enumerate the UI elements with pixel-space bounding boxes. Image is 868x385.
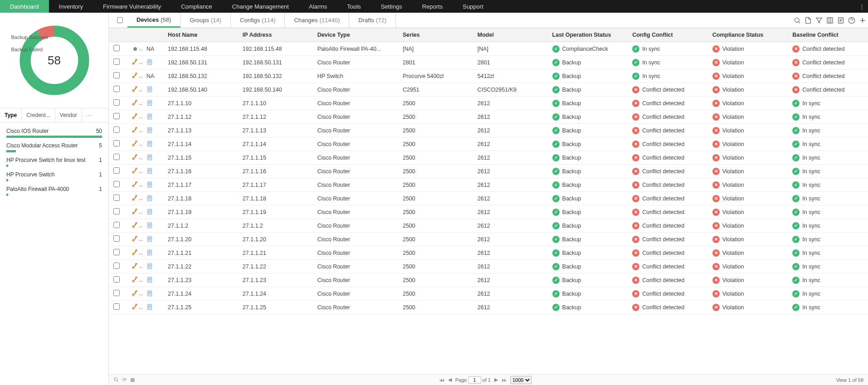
row-checkbox[interactable] bbox=[113, 154, 120, 160]
table-row[interactable]: 27.1.1.1827.1.1.18Cisco Router25002612✓B… bbox=[109, 192, 868, 205]
last-page-icon[interactable]: ⏭ bbox=[502, 377, 507, 383]
row-checkbox[interactable] bbox=[113, 181, 120, 187]
sidetab-type[interactable]: Type bbox=[0, 108, 22, 122]
help-icon[interactable] bbox=[846, 13, 857, 28]
row-checkbox[interactable] bbox=[113, 290, 120, 296]
nav-dashboard[interactable]: Dashboard bbox=[0, 0, 49, 13]
type-row[interactable]: PaloAlto Firewall PA-40001 bbox=[6, 186, 102, 196]
col-series[interactable]: Series bbox=[398, 28, 473, 42]
table-row[interactable]: NA192.168.50.132192.168.50.132HP SwitchP… bbox=[109, 69, 868, 83]
row-checkbox[interactable] bbox=[113, 113, 120, 119]
row-checkbox[interactable] bbox=[113, 86, 120, 92]
cell-cc: ✕Conflict detected bbox=[628, 97, 708, 110]
nav-alarms[interactable]: Alarms bbox=[299, 0, 337, 13]
table-row[interactable]: 192.168.50.131192.168.50.131Cisco Router… bbox=[109, 56, 868, 69]
table-row[interactable]: 27.1.1.1427.1.1.14Cisco Router25002612✓B… bbox=[109, 137, 868, 151]
sidetab-credent[interactable]: Credent... bbox=[22, 108, 55, 122]
tab-groups[interactable]: Groups (14) bbox=[180, 13, 231, 28]
row-checkbox[interactable] bbox=[113, 99, 120, 106]
row-checkbox[interactable] bbox=[113, 208, 120, 214]
page-input[interactable] bbox=[468, 376, 481, 384]
kebab-menu-icon[interactable]: ⋮ bbox=[855, 0, 868, 13]
col-icon[interactable] bbox=[142, 28, 163, 42]
nav-compliance[interactable]: Compliance bbox=[171, 0, 222, 13]
footer-refresh-icon[interactable]: ⟳ bbox=[122, 377, 127, 383]
row-checkbox[interactable] bbox=[113, 303, 120, 310]
per-page-select[interactable]: 1000 bbox=[510, 376, 532, 384]
cell-host: 27.1.1.21 bbox=[163, 246, 238, 260]
col-icon[interactable] bbox=[127, 28, 142, 42]
nav-change-management[interactable]: Change Management bbox=[222, 0, 299, 13]
nav-settings[interactable]: Settings bbox=[371, 0, 412, 13]
table-row[interactable]: 27.1.1.227.1.1.2Cisco Router25002612✓Bac… bbox=[109, 219, 868, 233]
row-checkbox[interactable] bbox=[113, 58, 120, 65]
table-row[interactable]: 27.1.1.1027.1.1.10Cisco Router25002612✓B… bbox=[109, 97, 868, 110]
add-icon[interactable] bbox=[857, 13, 868, 28]
select-all-checkbox[interactable] bbox=[117, 17, 123, 23]
nav-inventory[interactable]: Inventory bbox=[49, 0, 93, 13]
table-row[interactable]: 27.1.1.1327.1.1.13Cisco Router25002612✓B… bbox=[109, 124, 868, 137]
next-page-icon[interactable]: ▶ bbox=[494, 377, 498, 383]
type-row[interactable]: Cisco IOS Router50 bbox=[6, 128, 102, 138]
table-row[interactable]: 27.1.1.2227.1.1.22Cisco Router25002612✓B… bbox=[109, 260, 868, 273]
table-row[interactable]: 27.1.1.2027.1.1.20Cisco Router25002612✓B… bbox=[109, 233, 868, 246]
search-icon[interactable] bbox=[792, 13, 803, 28]
table-row[interactable]: 27.1.1.2527.1.1.25Cisco Router25002612✓B… bbox=[109, 301, 868, 314]
col-ip-address[interactable]: IP Address bbox=[238, 28, 313, 42]
col-host-name[interactable]: Host Name bbox=[163, 28, 238, 42]
row-checkbox[interactable] bbox=[113, 249, 120, 255]
type-row[interactable]: Cisco Modular Access Router5 bbox=[6, 142, 102, 152]
col-config-conflict[interactable]: Config Conflict bbox=[628, 28, 708, 42]
columns-icon[interactable] bbox=[824, 13, 835, 28]
footer-grid-icon[interactable]: ▦ bbox=[130, 377, 135, 383]
col-icon[interactable] bbox=[109, 28, 127, 42]
col-compliance-status[interactable]: Compliance Status bbox=[708, 28, 788, 42]
tab-changes[interactable]: Changes (11440) bbox=[285, 13, 349, 28]
prev-page-icon[interactable]: ◀ bbox=[448, 377, 452, 383]
first-page-icon[interactable]: ⏮ bbox=[439, 377, 444, 383]
tab-devices[interactable]: Devices (58) bbox=[127, 13, 180, 28]
nav-support[interactable]: Support bbox=[453, 0, 493, 13]
row-checkbox[interactable] bbox=[113, 263, 120, 269]
table-row[interactable]: 27.1.1.2327.1.1.23Cisco Router25002612✓B… bbox=[109, 273, 868, 287]
table-row[interactable]: 27.1.1.2427.1.1.24Cisco Router25002612✓B… bbox=[109, 287, 868, 301]
tab-drafts[interactable]: Drafts (72) bbox=[349, 13, 396, 28]
cell-bc: ✓In sync bbox=[788, 137, 868, 151]
col-device-type[interactable]: Device Type bbox=[313, 28, 398, 42]
report-icon[interactable] bbox=[835, 13, 846, 28]
check-icon: ✓ bbox=[552, 181, 560, 189]
table-row[interactable]: 27.1.1.1227.1.1.12Cisco Router25002612✓B… bbox=[109, 110, 868, 124]
export-pdf-icon[interactable] bbox=[803, 13, 814, 28]
col-model[interactable]: Model bbox=[473, 28, 548, 42]
row-checkbox[interactable] bbox=[113, 167, 120, 174]
nav-reports[interactable]: Reports bbox=[412, 0, 453, 13]
row-checkbox[interactable] bbox=[113, 127, 120, 133]
row-checkbox[interactable] bbox=[113, 235, 120, 242]
row-checkbox[interactable] bbox=[113, 140, 120, 146]
type-row[interactable]: HP Procurve Switch1 bbox=[6, 171, 102, 181]
row-checkbox[interactable] bbox=[113, 222, 120, 228]
row-checkbox[interactable] bbox=[113, 45, 120, 51]
row-checkbox[interactable] bbox=[113, 72, 120, 78]
nav-tools[interactable]: Tools bbox=[337, 0, 371, 13]
footer-search-icon[interactable] bbox=[113, 377, 119, 383]
table-row[interactable]: 27.1.1.1727.1.1.17Cisco Router25002612✓B… bbox=[109, 178, 868, 192]
filter-icon[interactable] bbox=[814, 13, 824, 28]
table-row[interactable]: 27.1.1.1927.1.1.19Cisco Router25002612✓B… bbox=[109, 205, 868, 219]
table-row[interactable]: 27.1.1.1627.1.1.16Cisco Router25002612✓B… bbox=[109, 165, 868, 178]
sidetab-vendor[interactable]: Vendor bbox=[55, 108, 82, 122]
table-row[interactable]: 27.1.1.2127.1.1.21Cisco Router25002612✓B… bbox=[109, 246, 868, 260]
status-text: Conflict detected bbox=[642, 87, 684, 93]
tab-configs[interactable]: Configs (114) bbox=[231, 13, 285, 28]
table-row[interactable]: 27.1.1.1527.1.1.15Cisco Router25002612✓B… bbox=[109, 151, 868, 165]
sidetab-more-icon[interactable]: ⋯ bbox=[82, 108, 96, 122]
cell-type: Cisco Router bbox=[313, 273, 398, 287]
nav-firmware-vulnerability[interactable]: Firmware Vulnerability bbox=[93, 0, 171, 13]
row-checkbox[interactable] bbox=[113, 276, 120, 283]
col-last-operation-status[interactable]: Last Operation Status bbox=[548, 28, 628, 42]
table-row[interactable]: NA192.168.115.48192.168.115.48PaloAlto F… bbox=[109, 42, 868, 56]
type-row[interactable]: HP Procurve Switch for linux test1 bbox=[6, 157, 102, 167]
table-row[interactable]: 192.168.50.140192.168.50.140Cisco Router… bbox=[109, 83, 868, 97]
row-checkbox[interactable] bbox=[113, 195, 120, 201]
col-baseline-conflict[interactable]: Baseline Conflict bbox=[788, 28, 868, 42]
